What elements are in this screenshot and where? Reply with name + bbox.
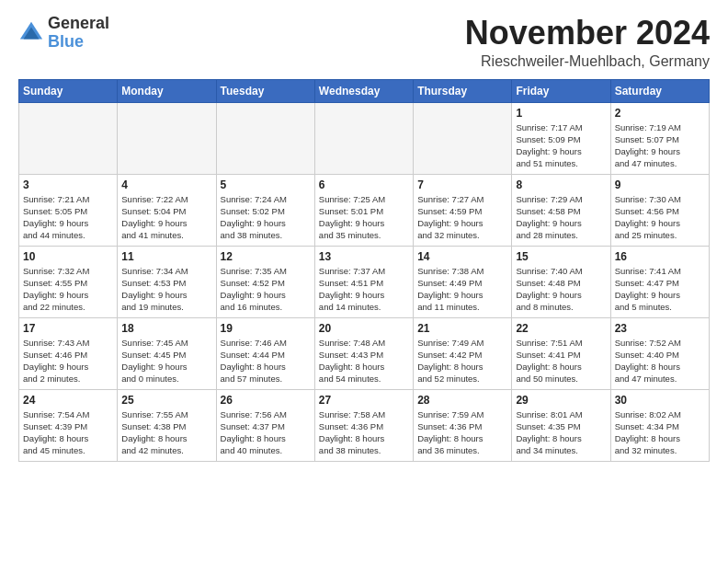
day-number: 28 bbox=[417, 394, 507, 407]
day-number: 18 bbox=[121, 322, 211, 335]
calendar-week-row: 3Sunrise: 7:21 AM Sunset: 5:05 PM Daylig… bbox=[19, 174, 710, 246]
cell-text: Sunrise: 7:41 AM Sunset: 4:47 PM Dayligh… bbox=[615, 265, 705, 314]
weekday-header-monday: Monday bbox=[118, 79, 216, 102]
calendar-cell: 21Sunrise: 7:49 AM Sunset: 4:42 PM Dayli… bbox=[414, 317, 512, 389]
day-number: 17 bbox=[23, 322, 113, 335]
calendar-cell: 25Sunrise: 7:55 AM Sunset: 4:38 PM Dayli… bbox=[118, 389, 216, 461]
day-number: 1 bbox=[516, 107, 606, 120]
cell-text: Sunrise: 7:48 AM Sunset: 4:43 PM Dayligh… bbox=[319, 337, 409, 385]
calendar-cell: 24Sunrise: 7:54 AM Sunset: 4:39 PM Dayli… bbox=[19, 389, 118, 461]
day-number: 8 bbox=[516, 178, 606, 191]
page: General Blue November 2024 Rieschweiler-… bbox=[0, 0, 728, 471]
cell-text: Sunrise: 7:27 AM Sunset: 4:59 PM Dayligh… bbox=[417, 193, 507, 242]
cell-text: Sunrise: 7:51 AM Sunset: 4:41 PM Dayligh… bbox=[516, 337, 606, 385]
day-number: 26 bbox=[221, 394, 311, 407]
calendar-cell: 26Sunrise: 7:56 AM Sunset: 4:37 PM Dayli… bbox=[216, 389, 314, 461]
calendar-cell bbox=[314, 102, 413, 174]
day-number: 10 bbox=[23, 250, 113, 263]
calendar-cell bbox=[216, 102, 314, 174]
calendar-cell: 10Sunrise: 7:32 AM Sunset: 4:55 PM Dayli… bbox=[19, 246, 118, 317]
weekday-header-sunday: Sunday bbox=[19, 79, 118, 102]
cell-text: Sunrise: 7:29 AM Sunset: 4:58 PM Dayligh… bbox=[516, 193, 606, 242]
calendar-cell: 27Sunrise: 7:58 AM Sunset: 4:36 PM Dayli… bbox=[314, 389, 413, 461]
day-number: 6 bbox=[319, 178, 409, 191]
calendar-table: SundayMondayTuesdayWednesdayThursdayFrid… bbox=[18, 79, 710, 462]
calendar-cell: 22Sunrise: 7:51 AM Sunset: 4:41 PM Dayli… bbox=[512, 317, 610, 389]
calendar-cell: 12Sunrise: 7:35 AM Sunset: 4:52 PM Dayli… bbox=[216, 246, 314, 317]
day-number: 25 bbox=[121, 394, 211, 407]
cell-text: Sunrise: 7:52 AM Sunset: 4:40 PM Dayligh… bbox=[615, 337, 705, 385]
day-number: 7 bbox=[417, 178, 507, 191]
day-number: 30 bbox=[615, 394, 705, 407]
cell-text: Sunrise: 7:22 AM Sunset: 5:04 PM Dayligh… bbox=[121, 193, 211, 242]
calendar-cell: 17Sunrise: 7:43 AM Sunset: 4:46 PM Dayli… bbox=[19, 317, 118, 389]
cell-text: Sunrise: 7:54 AM Sunset: 4:39 PM Dayligh… bbox=[23, 408, 113, 457]
calendar-cell: 23Sunrise: 7:52 AM Sunset: 4:40 PM Dayli… bbox=[610, 317, 709, 389]
day-number: 24 bbox=[23, 394, 113, 407]
day-number: 11 bbox=[121, 250, 211, 263]
day-number: 23 bbox=[615, 322, 705, 335]
calendar-cell bbox=[118, 102, 216, 174]
cell-text: Sunrise: 7:43 AM Sunset: 4:46 PM Dayligh… bbox=[23, 337, 113, 385]
cell-text: Sunrise: 7:30 AM Sunset: 4:56 PM Dayligh… bbox=[615, 193, 705, 242]
day-number: 19 bbox=[221, 322, 311, 335]
calendar-cell: 6Sunrise: 7:25 AM Sunset: 5:01 PM Daylig… bbox=[314, 174, 413, 246]
cell-text: Sunrise: 7:59 AM Sunset: 4:36 PM Dayligh… bbox=[417, 408, 507, 457]
calendar-cell: 18Sunrise: 7:45 AM Sunset: 4:45 PM Dayli… bbox=[118, 317, 216, 389]
calendar-cell: 14Sunrise: 7:38 AM Sunset: 4:49 PM Dayli… bbox=[414, 246, 512, 317]
calendar-cell: 28Sunrise: 7:59 AM Sunset: 4:36 PM Dayli… bbox=[414, 389, 512, 461]
weekday-header-saturday: Saturday bbox=[610, 79, 709, 102]
calendar-cell: 29Sunrise: 8:01 AM Sunset: 4:35 PM Dayli… bbox=[512, 389, 610, 461]
day-number: 12 bbox=[221, 250, 311, 263]
header: General Blue November 2024 Rieschweiler-… bbox=[18, 15, 710, 70]
cell-text: Sunrise: 7:40 AM Sunset: 4:48 PM Dayligh… bbox=[516, 265, 606, 314]
logo: General Blue bbox=[18, 15, 109, 52]
calendar-cell bbox=[414, 102, 512, 174]
cell-text: Sunrise: 7:35 AM Sunset: 4:52 PM Dayligh… bbox=[221, 265, 311, 314]
cell-text: Sunrise: 7:19 AM Sunset: 5:07 PM Dayligh… bbox=[615, 121, 705, 170]
cell-text: Sunrise: 7:58 AM Sunset: 4:36 PM Dayligh… bbox=[319, 408, 409, 457]
cell-text: Sunrise: 8:01 AM Sunset: 4:35 PM Dayligh… bbox=[516, 408, 606, 457]
cell-text: Sunrise: 7:49 AM Sunset: 4:42 PM Dayligh… bbox=[417, 337, 507, 385]
logo-general-text: General bbox=[48, 14, 109, 32]
cell-text: Sunrise: 7:46 AM Sunset: 4:44 PM Dayligh… bbox=[221, 337, 311, 385]
cell-text: Sunrise: 7:25 AM Sunset: 5:01 PM Dayligh… bbox=[319, 193, 409, 242]
calendar-cell: 8Sunrise: 7:29 AM Sunset: 4:58 PM Daylig… bbox=[512, 174, 610, 246]
calendar-cell: 2Sunrise: 7:19 AM Sunset: 5:07 PM Daylig… bbox=[610, 102, 709, 174]
cell-text: Sunrise: 7:55 AM Sunset: 4:38 PM Dayligh… bbox=[121, 408, 211, 457]
day-number: 29 bbox=[516, 394, 606, 407]
weekday-header-thursday: Thursday bbox=[414, 79, 512, 102]
calendar-cell: 20Sunrise: 7:48 AM Sunset: 4:43 PM Dayli… bbox=[314, 317, 413, 389]
calendar-cell: 16Sunrise: 7:41 AM Sunset: 4:47 PM Dayli… bbox=[610, 246, 709, 317]
weekday-header-row: SundayMondayTuesdayWednesdayThursdayFrid… bbox=[19, 79, 710, 102]
day-number: 13 bbox=[319, 250, 409, 263]
weekday-header-friday: Friday bbox=[512, 79, 610, 102]
calendar-cell: 11Sunrise: 7:34 AM Sunset: 4:53 PM Dayli… bbox=[118, 246, 216, 317]
cell-text: Sunrise: 8:02 AM Sunset: 4:34 PM Dayligh… bbox=[615, 408, 705, 457]
day-number: 22 bbox=[516, 322, 606, 335]
calendar-cell: 3Sunrise: 7:21 AM Sunset: 5:05 PM Daylig… bbox=[19, 174, 118, 246]
cell-text: Sunrise: 7:17 AM Sunset: 5:09 PM Dayligh… bbox=[516, 121, 606, 170]
calendar-cell: 19Sunrise: 7:46 AM Sunset: 4:44 PM Dayli… bbox=[216, 317, 314, 389]
cell-text: Sunrise: 7:38 AM Sunset: 4:49 PM Dayligh… bbox=[417, 265, 507, 314]
weekday-header-wednesday: Wednesday bbox=[314, 79, 413, 102]
logo-blue-text: Blue bbox=[48, 32, 84, 51]
calendar-cell: 5Sunrise: 7:24 AM Sunset: 5:02 PM Daylig… bbox=[216, 174, 314, 246]
day-number: 9 bbox=[615, 178, 705, 191]
day-number: 16 bbox=[615, 250, 705, 263]
cell-text: Sunrise: 7:34 AM Sunset: 4:53 PM Dayligh… bbox=[121, 265, 211, 314]
calendar-week-row: 17Sunrise: 7:43 AM Sunset: 4:46 PM Dayli… bbox=[19, 317, 710, 389]
day-number: 2 bbox=[615, 107, 705, 120]
calendar-week-row: 10Sunrise: 7:32 AM Sunset: 4:55 PM Dayli… bbox=[19, 246, 710, 317]
logo-icon bbox=[18, 20, 44, 46]
month-title: November 2024 bbox=[465, 15, 710, 52]
cell-text: Sunrise: 7:24 AM Sunset: 5:02 PM Dayligh… bbox=[221, 193, 311, 242]
weekday-header-tuesday: Tuesday bbox=[216, 79, 314, 102]
calendar-cell: 9Sunrise: 7:30 AM Sunset: 4:56 PM Daylig… bbox=[610, 174, 709, 246]
day-number: 21 bbox=[417, 322, 507, 335]
cell-text: Sunrise: 7:37 AM Sunset: 4:51 PM Dayligh… bbox=[319, 265, 409, 314]
cell-text: Sunrise: 7:21 AM Sunset: 5:05 PM Dayligh… bbox=[23, 193, 113, 242]
calendar-cell: 1Sunrise: 7:17 AM Sunset: 5:09 PM Daylig… bbox=[512, 102, 610, 174]
cell-text: Sunrise: 7:32 AM Sunset: 4:55 PM Dayligh… bbox=[23, 265, 113, 314]
calendar-week-row: 1Sunrise: 7:17 AM Sunset: 5:09 PM Daylig… bbox=[19, 102, 710, 174]
